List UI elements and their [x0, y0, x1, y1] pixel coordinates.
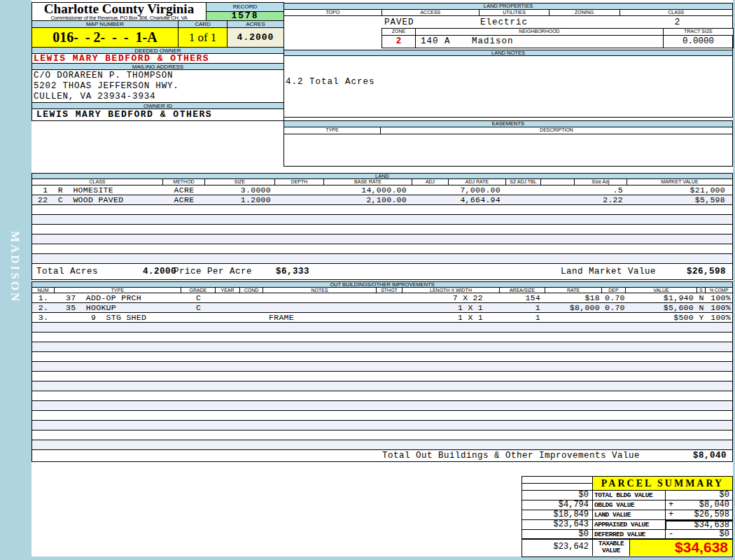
land-depth-cell [275, 186, 324, 195]
county-title: Charlotte County Virginia [32, 3, 206, 15]
easement-description-label: DESCRIPTION [381, 127, 732, 134]
ob-lxw-header: LENGTH X WIDTH [402, 288, 500, 293]
land-size-cell: 3.0000 [205, 186, 275, 195]
land-sz-adj-tbl-header: SZ ADJ TBL [506, 179, 541, 185]
land-row-empty [32, 225, 732, 234]
ob-num-cell: 1. [32, 293, 55, 302]
summary-row-label: APPRAISED VALUE [593, 520, 666, 529]
summary-current-value: $34,638 [694, 522, 729, 529]
neighborhood-code: 140 A [421, 36, 451, 46]
summary-current-value: $8,040 [699, 500, 729, 510]
ob-cond-cell [240, 293, 263, 302]
price-per-acre-label: Price Per Acre [174, 264, 252, 279]
ob-sthgt-cell [377, 303, 402, 312]
access-value: PAVED [384, 18, 414, 27]
ob-value-cell: $1,940 [626, 293, 697, 302]
summary-taxable-label: TAXABLE VALUE [593, 540, 630, 556]
land-base-rate-header: BASE RATE [324, 179, 412, 185]
topo-header: TOPO [284, 10, 382, 15]
ob-notes-cell [263, 293, 377, 302]
ob-type-cell: 37 ADD-OP PRCH [55, 293, 181, 302]
out-building-row-empty [32, 401, 732, 411]
ob-sthgt-header: STHGT [377, 288, 402, 293]
land-row: 1 R HOMESITE ACRE 3.0000 14,000.00 7,000… [32, 186, 732, 195]
property-record-card: MADISON Charlotte County Virginia Commis… [0, 0, 735, 560]
land-row: 22 C WOOD PAVED ACRE 1.2000 2,100.00 4,6… [32, 195, 732, 205]
ob-year-cell [216, 313, 240, 322]
land-row-empty [32, 205, 732, 215]
record-label: RECORD [206, 2, 284, 12]
ob-comp-cell: 100% [706, 303, 732, 312]
ob-lxw-cell: 1 X 1 [402, 303, 500, 312]
easements-box: EASEMENTS TYPE DESCRIPTION [284, 120, 733, 167]
ob-dep-cell: 0.70 [602, 293, 626, 302]
ob-type-cell: 9 STG SHED [55, 313, 181, 322]
ob-comp-cell: 100% [706, 293, 732, 302]
zone-label: ZONE [382, 29, 416, 35]
ob-area-cell: 1 [500, 313, 545, 322]
parcel-summary-corner-top [522, 477, 592, 484]
land-class-cell: 22 C WOOD PAVED [32, 195, 163, 204]
ob-num-header: NUM [32, 288, 55, 293]
zone-value-row: 2 140 A Madison 0.0000 [382, 36, 733, 48]
ob-cond-cell [240, 303, 263, 312]
out-building-row-empty [32, 332, 732, 342]
ob-grade-cell: C [181, 293, 216, 302]
acres-value: 4.2000 [227, 27, 284, 48]
land-method-header: METHOD [163, 179, 205, 185]
ob-s-header: S [697, 288, 706, 293]
summary-prior-value: $18,849 [522, 510, 593, 519]
land-base-rate-cell: 2,100.00 [324, 195, 412, 204]
summary-row-total-bldg: $0 TOTAL BLDG VALUE $0 [522, 491, 732, 500]
summary-prior-value: $23,643 [522, 520, 593, 529]
easement-type-label: TYPE [284, 127, 381, 134]
ob-sthgt-cell [377, 313, 402, 322]
map-number-value: 016- - 2- - - 1-A [31, 27, 178, 48]
land-class-header: CLASS [32, 179, 163, 185]
land-row-empty [32, 254, 732, 264]
record-value: 1578 [206, 11, 284, 21]
ob-rate-cell: $18 [545, 293, 602, 302]
land-adj-rate-cell: 7,000.00 [449, 186, 506, 195]
land-depth-cell [275, 195, 324, 204]
land-blank-cell [541, 186, 575, 195]
zone-value: 2 [382, 36, 416, 48]
land-market-value-cell: $5,598 [627, 195, 732, 204]
owner-id-value: LEWIS MARY BEDFORD & OTHERS [31, 108, 284, 121]
summary-operator: - [668, 530, 673, 539]
land-method-cell: ACRE [163, 186, 205, 195]
summary-operator: + [668, 510, 673, 519]
mailing-address-line: 5202 THOAS JEFFERSON HWY. [34, 81, 284, 92]
out-buildings-total-value: $8,040 [693, 450, 727, 461]
ob-year-cell [216, 303, 240, 312]
summary-prior-value: $0 [522, 491, 593, 500]
summary-prior-value: $4,794 [522, 500, 593, 510]
out-building-row-empty [32, 382, 732, 391]
out-building-row-empty [32, 421, 732, 430]
ob-num-cell: 3. [32, 313, 55, 322]
land-section-label: LAND [32, 174, 732, 179]
land-blank-header [541, 179, 575, 185]
out-building-row: 3. 9 STG SHED FRAME 1 X 1 1 $500 Y 100% [32, 313, 732, 323]
out-building-row-empty [32, 323, 732, 332]
class-header: CLASS [620, 10, 733, 15]
parcel-summary-corner [522, 477, 593, 490]
out-buildings-header-row: NUM TYPE GRADE YEAR COND NOTES STHGT LEN… [32, 288, 732, 293]
ob-area-cell: 154 [500, 293, 545, 302]
out-building-row: 2. 35 HOOKUP C 1 X 1 1 $8,000 0.70 $5,60… [32, 303, 732, 313]
land-adj-rate-header: ADJ RATE [449, 179, 506, 185]
class-value: 2 [621, 18, 734, 27]
summary-row-value-cell: - $0 [666, 530, 732, 538]
taxable-label-line2: VALUE [593, 547, 629, 554]
mailing-address-line: CULLEN, VA 23934-3934 [34, 92, 284, 102]
card-value: 1 of 1 [178, 27, 227, 48]
land-notes-text: 4.2 Total Acres [286, 77, 375, 87]
land-base-rate-cell: 14,000.00 [324, 186, 412, 195]
land-size-adj-header: Size Adj [575, 179, 627, 185]
parcel-summary-header-row: PARCEL SUMMARY [522, 477, 732, 491]
land-size-adj-cell: 2.22 [575, 195, 627, 204]
ob-type-cell: 35 HOOKUP [55, 303, 181, 312]
out-building-row-empty [32, 372, 732, 382]
out-building-row: 1. 37 ADD-OP PRCH C 7 X 22 154 $18 0.70 … [32, 293, 732, 303]
total-acres-value: 4.2000 [143, 264, 176, 279]
